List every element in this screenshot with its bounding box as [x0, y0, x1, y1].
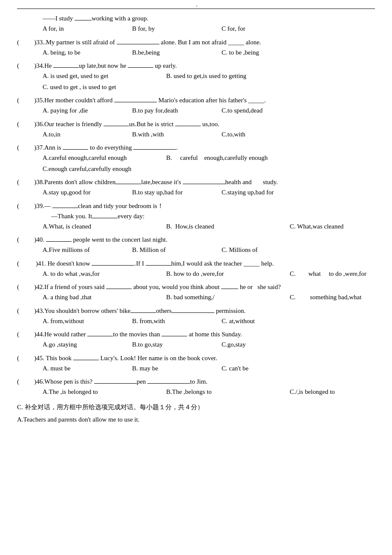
blank — [115, 184, 141, 184]
blank — [94, 383, 137, 384]
option-b: B. How,is cleaned — [166, 221, 277, 232]
blank — [106, 289, 132, 289]
blank — [75, 20, 92, 20]
blank — [175, 126, 201, 126]
intro-options: A for, in B for, by C for, for — [43, 23, 375, 35]
section-c-text: A.Teachers and parents don't allow me to… — [17, 416, 139, 423]
option-c: C for, for — [222, 23, 298, 35]
q43-text: ( )43.You shouldn't borrow others' bikeo… — [17, 306, 375, 316]
option-a: A. to do what ,was,for — [43, 269, 153, 280]
question-34: ( )34.He up late,but now he up early. A.… — [17, 61, 375, 92]
q41-options: A. to do what ,was,for B. how to do ,wer… — [43, 269, 375, 280]
intro-text: ——I study working with a group. — [43, 13, 375, 23]
option-b: B. how to do ,were,for — [166, 269, 277, 280]
section-c-label: C. 补全对话，用方框中所给选项完成对话。每小题１分，共４分） — [17, 404, 204, 410]
option-c: C.to spend,dead — [222, 105, 298, 116]
option-b: B.to pay for,death — [132, 105, 209, 116]
option-a: A. is used get, used to get — [43, 71, 153, 82]
question-39: ( )39.— clean and tidy your bedroom is！ … — [17, 201, 375, 232]
blank — [128, 67, 153, 68]
option-c: C. at,without — [222, 316, 298, 327]
blank — [46, 241, 72, 242]
option-a: A. a thing bad ,that — [43, 292, 153, 303]
option-b: B. from,with — [132, 316, 209, 327]
q40-text: ( )40. people went to the concert last n… — [17, 234, 375, 245]
q34-text: ( )34.He up late,but now he up early. — [17, 61, 375, 71]
option-c: C.go,stay — [222, 339, 298, 350]
option-c: C.enough careful,carefully enough — [43, 164, 131, 175]
q37-options-2: C.enough careful,carefully enough — [43, 164, 375, 175]
blank — [114, 102, 157, 102]
option-c: C. Millions of — [222, 245, 298, 256]
option-a: A. paying for ,die — [43, 105, 119, 116]
q37-text: ( )37.Ann is to do everything . — [17, 142, 375, 153]
blank — [221, 289, 238, 289]
option-a: A.go ,staying — [43, 339, 119, 350]
blank — [63, 149, 88, 150]
question-41: ( )41. He doesn't know .If I him,I would… — [17, 258, 375, 280]
section-c-content: A.Teachers and parents don't allow me to… — [17, 414, 375, 425]
q36-text: ( )36.Our teacher is friendly us.But he … — [17, 119, 375, 129]
question-44: ( )44.He would rather to the movies than… — [17, 329, 375, 350]
option-c: C. what to do ,were,for — [290, 269, 375, 280]
blank — [73, 360, 99, 360]
option-c: C.to,with — [222, 129, 298, 140]
option-c: C. can't be — [222, 363, 298, 374]
option-c: C. to be ,being — [222, 47, 298, 58]
q38-text: ( )38.Parents don't allow childrenlate,b… — [17, 177, 375, 187]
blank — [92, 218, 118, 218]
q35-text: ( )35.Her mother couldn't afford Mario's… — [17, 95, 375, 105]
question-42: ( )42.If a friend of yours said about yo… — [17, 282, 375, 303]
option-a: A.stay up,good for — [43, 187, 119, 198]
option-c: C. something bad,what — [290, 292, 375, 303]
intro-block: ——I study working with a group. A for, i… — [17, 13, 375, 35]
question-43: ( )43.You shouldn't borrow others' bikeo… — [17, 306, 375, 327]
q33-options: A. being, to be B.be,being C. to be ,bei… — [43, 47, 375, 58]
question-38: ( )38.Parents don't allow childrenlate,b… — [17, 177, 375, 198]
blank — [87, 336, 113, 336]
q36-options: A.to,in B.with ,with C.to,with — [43, 129, 375, 140]
q34-options-2: C. used to get , is used to get — [43, 82, 375, 93]
q35-options: A. paying for ,die B.to pay for,death C.… — [43, 105, 375, 116]
q45-text: ( )45. This book Lucy's. Look! Her name … — [17, 353, 375, 363]
q39-options: A.What, is cleaned B. How,is cleaned C. … — [43, 221, 375, 232]
question-45: ( )45. This book Lucy's. Look! Her name … — [17, 353, 375, 374]
option-a: A.to,in — [43, 129, 119, 140]
question-35: ( )35.Her mother couldn't afford Mario's… — [17, 95, 375, 116]
question-33: ( )33..My partner is still afraid of alo… — [17, 37, 375, 58]
q33-text: ( )33..My partner is still afraid of alo… — [17, 37, 375, 47]
option-a: A.What, is cleaned — [43, 221, 153, 232]
option-b: B. bad something,/ — [166, 292, 277, 303]
blank — [52, 208, 78, 208]
top-divider — [17, 9, 375, 9]
q45-options: A. must be B. may be C. can't be — [43, 363, 375, 374]
option-b: B. used to get,is used to getting — [166, 71, 277, 82]
q41-text: ( )41. He doesn't know .If I him,I would… — [17, 258, 375, 269]
option-a: A.The ,is belonged to — [43, 387, 153, 398]
option-a: A. being, to be — [43, 47, 119, 58]
blank — [146, 265, 171, 266]
option-a: A.careful enough,careful enough — [43, 153, 153, 164]
option-a: A for, in — [43, 23, 119, 35]
q39-subtext: —Thank you. Itevery day: — [51, 211, 375, 221]
blank — [133, 149, 176, 150]
blank — [161, 336, 187, 336]
q39-text: ( )39.— clean and tidy your bedroom is！ — [17, 201, 375, 211]
q42-options: A. a thing bad ,that B. bad something,/ … — [43, 292, 375, 303]
q43-options: A. from,without B. from,with C. at,witho… — [43, 316, 375, 327]
q34-options: A. is used get, used to get B. used to g… — [43, 71, 375, 82]
option-b: B for, by — [132, 23, 209, 35]
option-c: C. What,was cleaned — [290, 221, 343, 232]
question-37: ( )37.Ann is to do everything . A.carefu… — [17, 142, 375, 174]
blank — [147, 383, 190, 384]
blank — [104, 126, 129, 126]
blank — [53, 67, 79, 68]
option-b: B.to stay up,bad for — [132, 187, 209, 198]
option-a: A.Five millions of — [43, 245, 119, 256]
option-b: B. may be — [132, 363, 209, 374]
option-b: B.with ,with — [132, 129, 209, 140]
option-a: A. must be — [43, 363, 119, 374]
option-c: C./,is belonged to — [290, 387, 335, 398]
q46-options: A.The ,is belonged to B.The ,belongs to … — [43, 387, 375, 398]
question-46: ( )46.Whose pen is this? pen to Jim. A.T… — [17, 376, 375, 398]
